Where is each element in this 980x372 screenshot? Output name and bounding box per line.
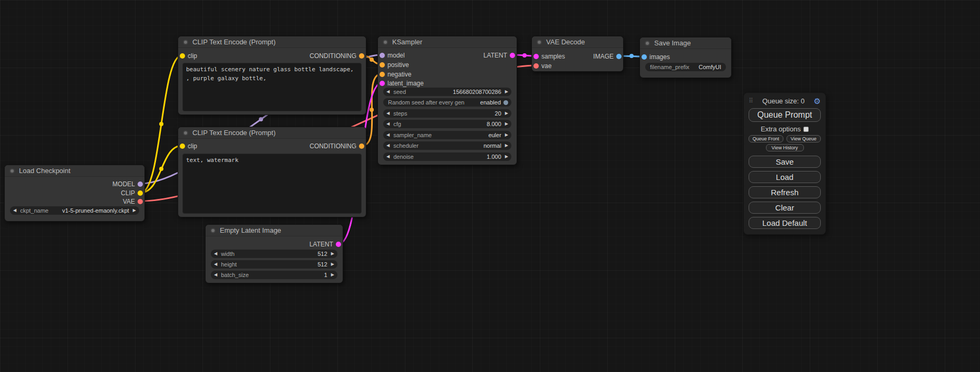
decrement-arrow-icon[interactable]: ◀ [386,144,390,148]
node-ksampler[interactable]: KSampler model positive negative latent_… [377,36,517,165]
queue-prompt-button[interactable]: Queue Prompt [749,108,821,122]
node-title-bar[interactable]: CLIP Text Encode (Prompt) [178,127,366,139]
increment-arrow-icon[interactable]: ▶ [133,208,136,213]
widget-batch-size[interactable]: ◀ batch_size 1 ▶ [211,271,337,279]
output-slot-clip: CLIP [121,189,144,197]
slot-dot-conditioning[interactable] [359,53,364,59]
widget-value: enabled [480,99,501,106]
refresh-button[interactable]: Refresh [749,186,821,198]
slot-dot-clip[interactable] [180,53,185,59]
collapse-dot[interactable] [645,41,650,46]
collapse-dot[interactable] [537,40,542,45]
decrement-arrow-icon[interactable]: ◀ [214,262,217,266]
increment-arrow-icon[interactable]: ▶ [505,155,508,159]
increment-arrow-icon[interactable]: ▶ [505,144,508,148]
widget-denoise[interactable]: ◀ denoise 1.000 ▶ [383,152,511,161]
widget-width[interactable]: ◀ width 512 ▶ [211,250,337,258]
widget-sampler-name[interactable]: ◀ sampler_name euler ▶ [383,131,511,139]
extra-options-checkbox[interactable] [803,127,809,132]
load-default-button[interactable]: Load Default [749,217,821,229]
decrement-arrow-icon[interactable]: ◀ [386,122,390,126]
slot-dot-latent-image[interactable] [380,81,385,86]
widget-ckpt-name[interactable]: ◀ ckpt_name v1-5-pruned-emaonly.ckpt ▶ [10,206,139,215]
prompt-textarea[interactable]: beautiful scenery nature glass bottle la… [182,63,362,111]
node-title-bar[interactable]: Empty Latent Image [206,225,343,236]
slot-dot-vae[interactable] [138,199,143,204]
node-title-bar[interactable]: Save Image [640,37,731,49]
settings-gear-icon[interactable]: ⚙ [814,97,821,105]
collapse-dot[interactable] [9,168,15,174]
widget-seed[interactable]: ◀ seed 156680208700286 ▶ [383,88,511,96]
widget-height[interactable]: ◀ height 512 ▶ [211,260,337,269]
queue-front-button[interactable]: Queue Front [749,135,783,142]
decrement-arrow-icon[interactable]: ◀ [214,252,217,256]
increment-arrow-icon[interactable]: ▶ [505,122,508,126]
input-slot-model: model [378,52,405,59]
slot-dot-negative[interactable] [380,72,385,77]
widget-cfg[interactable]: ◀ cfg 8.000 ▶ [383,120,511,128]
node-empty-latent-image[interactable]: Empty Latent Image LATENT ◀ width 512 ▶ … [205,224,343,283]
widget-label: ckpt_name [20,207,48,214]
slot-label: clip [188,52,197,60]
save-button[interactable]: Save [749,156,821,168]
slot-dot-samples[interactable] [533,54,539,59]
slot-dot-vae[interactable] [533,63,539,69]
increment-arrow-icon[interactable]: ▶ [331,252,334,256]
decrement-arrow-icon[interactable]: ◀ [386,133,390,137]
node-vae-decode[interactable]: VAE Decode samples vae IMAGE [531,36,624,72]
input-slot-clip: clip [178,142,197,150]
widget-random-seed-toggle[interactable]: Random seed after every gen enabled [383,98,511,107]
node-clip-text-encode-positive[interactable]: CLIP Text Encode (Prompt) clip CONDITION… [178,36,366,115]
widget-value: 512 [317,261,327,268]
collapse-dot[interactable] [210,228,216,233]
decrement-arrow-icon[interactable]: ◀ [386,111,390,116]
collapse-dot[interactable] [183,130,188,136]
slot-dot-conditioning[interactable] [359,144,364,149]
slot-dot-model[interactable] [138,182,143,187]
widget-label: height [221,261,237,268]
collapse-dot[interactable] [383,40,388,45]
slot-dot-image[interactable] [616,54,622,59]
widget-value: 512 [317,251,327,257]
slot-dot-clip[interactable] [138,190,143,196]
slot-label: LATENT [309,241,333,248]
node-save-image[interactable]: Save Image images filename_prefix ComfyU… [639,37,732,78]
node-title-bar[interactable]: VAE Decode [532,36,623,48]
slot-dot-images[interactable] [642,54,647,60]
decrement-arrow-icon[interactable]: ◀ [386,90,390,94]
graph-canvas[interactable]: Load Checkpoint MODEL CLIP VAE ◀ ckpt_na… [0,0,980,372]
widget-label: steps [393,110,407,117]
increment-arrow-icon[interactable]: ▶ [505,90,508,94]
increment-arrow-icon[interactable]: ▶ [331,273,334,277]
drag-handle-icon[interactable]: ⠿ [749,97,753,104]
slot-dot-positive[interactable] [380,62,385,68]
node-title-bar[interactable]: CLIP Text Encode (Prompt) [178,36,366,48]
node-title-bar[interactable]: Load Checkpoint [5,165,144,177]
prompt-textarea[interactable]: text, watermark [182,154,362,214]
increment-arrow-icon[interactable]: ▶ [331,262,334,266]
clear-button[interactable]: Clear [749,202,821,214]
widget-scheduler[interactable]: ◀ scheduler normal ▶ [383,141,511,150]
decrement-arrow-icon[interactable]: ◀ [386,155,390,159]
increment-arrow-icon[interactable]: ▶ [505,111,508,116]
queue-menu-panel[interactable]: ⠿ Queue size: 0 ⚙ Queue Prompt Extra opt… [743,92,826,235]
node-title-bar[interactable]: KSampler [378,36,517,48]
widget-steps[interactable]: ◀ steps 20 ▶ [383,109,511,118]
input-slot-samples: samples [532,53,565,60]
load-button[interactable]: Load [749,171,821,183]
widget-filename-prefix[interactable]: filename_prefix ComfyUI [645,63,726,71]
view-history-button[interactable]: View History [766,144,804,151]
toggle-dot[interactable] [503,100,508,105]
slot-dot-latent[interactable] [336,242,341,247]
increment-arrow-icon[interactable]: ▶ [505,133,508,137]
node-clip-text-encode-negative[interactable]: CLIP Text Encode (Prompt) clip CONDITION… [178,127,366,217]
slot-label: CONDITIONING [309,52,356,60]
slot-dot-model[interactable] [380,53,385,58]
view-queue-button[interactable]: View Queue [787,135,821,142]
collapse-dot[interactable] [183,40,188,45]
node-load-checkpoint[interactable]: Load Checkpoint MODEL CLIP VAE ◀ ckpt_na… [4,165,145,222]
slot-dot-latent[interactable] [510,53,515,58]
decrement-arrow-icon[interactable]: ◀ [13,208,16,213]
slot-dot-clip[interactable] [180,144,185,149]
decrement-arrow-icon[interactable]: ◀ [214,273,217,277]
